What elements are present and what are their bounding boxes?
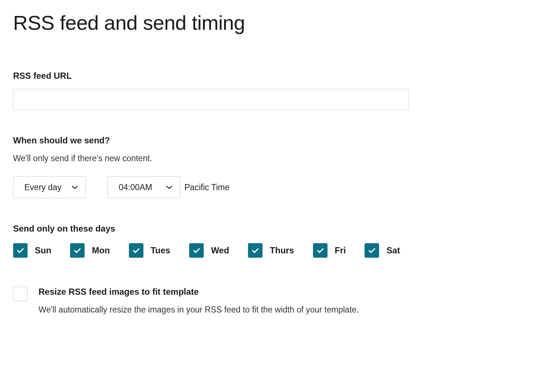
day-checkbox-sun[interactable]	[13, 243, 28, 258]
day-checkbox-fri[interactable]	[313, 243, 328, 258]
rss-url-input[interactable]	[13, 89, 409, 110]
check-icon	[251, 246, 260, 255]
day-item-thurs: Thurs	[248, 243, 294, 258]
send-timing-row: Every day 04:00AM Pacific Time	[13, 176, 536, 198]
send-timing-helper: We'll only send if there's new content.	[13, 154, 536, 163]
time-select[interactable]: 04:00AM	[107, 176, 180, 198]
resize-title: Resize RSS feed images to fit template	[38, 287, 359, 297]
resize-text-block: Resize RSS feed images to fit template W…	[38, 287, 359, 315]
day-label-mon: Mon	[92, 245, 110, 256]
check-icon	[73, 246, 82, 255]
check-icon	[16, 246, 25, 255]
rss-url-label: RSS feed URL	[13, 71, 536, 81]
frequency-select-value: Every day	[24, 183, 61, 192]
check-icon	[316, 246, 325, 255]
send-timing-section: When should we send? We'll only send if …	[13, 135, 536, 198]
days-section: Send only on these days Sun Mon Tues Wed	[13, 224, 536, 258]
day-item-mon: Mon	[70, 243, 110, 258]
day-label-sun: Sun	[35, 245, 51, 256]
check-icon	[192, 246, 201, 255]
days-heading: Send only on these days	[13, 224, 536, 234]
page-title: RSS feed and send timing	[13, 11, 536, 34]
frequency-select[interactable]: Every day	[13, 176, 86, 198]
timezone-label: Pacific Time	[184, 183, 229, 192]
day-item-sun: Sun	[13, 243, 51, 258]
day-label-sat: Sat	[386, 245, 400, 256]
check-icon	[367, 246, 376, 255]
rss-url-section: RSS feed URL	[13, 71, 536, 110]
day-checkbox-tues[interactable]	[129, 243, 143, 258]
check-icon	[132, 246, 141, 255]
time-select-value: 04:00AM	[119, 183, 152, 192]
day-item-wed: Wed	[189, 243, 229, 258]
day-label-wed: Wed	[211, 245, 229, 256]
day-checkbox-mon[interactable]	[70, 243, 85, 258]
day-item-tues: Tues	[129, 243, 170, 258]
day-checkbox-sat[interactable]	[365, 243, 379, 258]
day-checkbox-wed[interactable]	[189, 243, 204, 258]
day-label-thurs: Thurs	[270, 245, 294, 256]
day-label-fri: Fri	[335, 245, 346, 256]
day-label-tues: Tues	[151, 245, 170, 256]
chevron-down-icon	[166, 185, 172, 189]
day-checkbox-thurs[interactable]	[248, 243, 263, 258]
resize-section: Resize RSS feed images to fit template W…	[13, 287, 536, 315]
resize-checkbox[interactable]	[13, 287, 28, 301]
resize-description: We'll automatically resize the images in…	[38, 305, 359, 315]
days-row: Sun Mon Tues Wed Thurs	[13, 243, 536, 258]
chevron-down-icon	[72, 185, 78, 189]
send-timing-heading: When should we send?	[13, 135, 536, 146]
day-item-sat: Sat	[365, 243, 400, 258]
day-item-fri: Fri	[313, 243, 346, 258]
